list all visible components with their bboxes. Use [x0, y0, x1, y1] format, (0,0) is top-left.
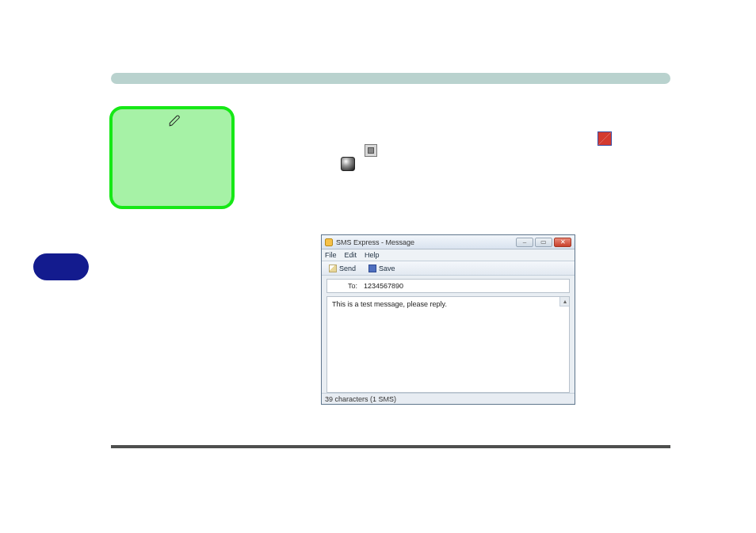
menu-file[interactable]: File — [325, 251, 337, 259]
message-body[interactable]: This is a test message, please reply. ▴ — [326, 296, 570, 393]
mid-icons-group — [341, 144, 388, 176]
sphere-icon — [341, 157, 355, 171]
to-row: To: 1234567890 — [326, 279, 570, 293]
message-text: This is a test message, please reply. — [332, 300, 447, 308]
window-titlebar[interactable]: SMS Express - Message – ▭ ✕ — [322, 235, 575, 249]
menu-edit[interactable]: Edit — [345, 251, 357, 259]
maximize-button[interactable]: ▭ — [535, 238, 552, 247]
menu-help[interactable]: Help — [365, 251, 380, 259]
send-button[interactable]: Send — [325, 263, 360, 274]
statusbar: 39 characters (1 SMS) — [322, 393, 575, 404]
scroll-up-button[interactable]: ▴ — [559, 297, 569, 306]
flag-icon — [598, 131, 612, 146]
client-area: To: 1234567890 This is a test message, p… — [322, 276, 575, 393]
section-divider — [111, 445, 670, 448]
to-field[interactable]: 1234567890 — [364, 282, 566, 290]
stop-icon — [365, 144, 377, 157]
sms-express-window: SMS Express - Message – ▭ ✕ File Edit He… — [321, 234, 575, 405]
save-label: Save — [379, 265, 395, 272]
window-title: SMS Express - Message — [336, 238, 414, 246]
close-button[interactable]: ✕ — [554, 238, 571, 247]
app-icon — [325, 238, 333, 246]
save-button[interactable]: Save — [365, 263, 399, 274]
sticky-note — [109, 106, 235, 209]
send-label: Send — [339, 265, 356, 272]
send-icon — [329, 265, 337, 272]
toolbar: Send Save — [322, 261, 575, 276]
blue-pill — [33, 253, 89, 280]
save-icon — [368, 265, 376, 272]
minimize-button[interactable]: – — [516, 238, 533, 247]
header-bar — [111, 73, 670, 84]
menubar: File Edit Help — [322, 249, 575, 261]
pen-icon — [168, 113, 182, 130]
status-text: 39 characters (1 SMS) — [325, 395, 396, 403]
to-label: To: — [330, 282, 357, 290]
